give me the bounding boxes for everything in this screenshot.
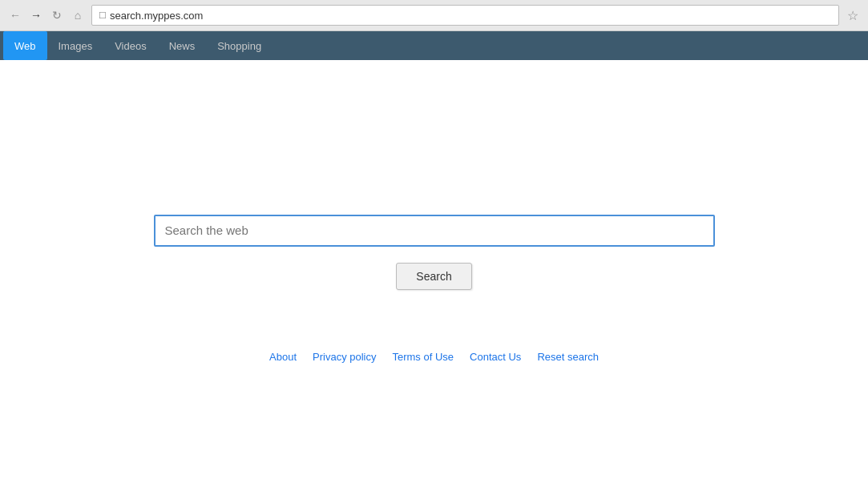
terms-link[interactable]: Terms of Use bbox=[392, 351, 454, 363]
navigation-bar: Web Images Videos News Shopping bbox=[0, 31, 868, 60]
security-icon: ☐ bbox=[99, 10, 107, 21]
about-link[interactable]: About bbox=[269, 351, 297, 363]
bookmark-button[interactable]: ☆ bbox=[844, 6, 862, 24]
address-bar[interactable]: ☐ search.myppes.com bbox=[91, 5, 839, 26]
tab-videos[interactable]: Videos bbox=[103, 31, 158, 60]
tab-images[interactable]: Images bbox=[47, 31, 104, 60]
reset-link[interactable]: Reset search bbox=[537, 351, 599, 363]
reload-button[interactable]: ↻ bbox=[48, 6, 66, 24]
browser-titlebar: ← → ↻ ⌂ ☐ search.myppes.com ☆ bbox=[0, 0, 868, 30]
forward-button[interactable]: → bbox=[27, 6, 45, 24]
main-content: Search bbox=[0, 60, 868, 491]
home-button[interactable]: ⌂ bbox=[69, 6, 87, 24]
tab-shopping[interactable]: Shopping bbox=[206, 31, 273, 60]
url-display: search.myppes.com bbox=[110, 10, 832, 22]
footer-links: About Privacy policy Terms of Use Contac… bbox=[0, 351, 868, 363]
search-button[interactable]: Search bbox=[396, 263, 471, 290]
contact-link[interactable]: Contact Us bbox=[470, 351, 521, 363]
privacy-link[interactable]: Privacy policy bbox=[313, 351, 376, 363]
tab-web[interactable]: Web bbox=[3, 31, 47, 60]
nav-buttons: ← → ↻ ⌂ bbox=[6, 6, 87, 24]
tab-news[interactable]: News bbox=[158, 31, 207, 60]
search-input[interactable] bbox=[154, 215, 715, 247]
back-button[interactable]: ← bbox=[6, 6, 24, 24]
browser-chrome: ← → ↻ ⌂ ☐ search.myppes.com ☆ bbox=[0, 0, 868, 31]
star-icon: ☆ bbox=[847, 9, 858, 22]
search-container: Search bbox=[0, 215, 868, 290]
